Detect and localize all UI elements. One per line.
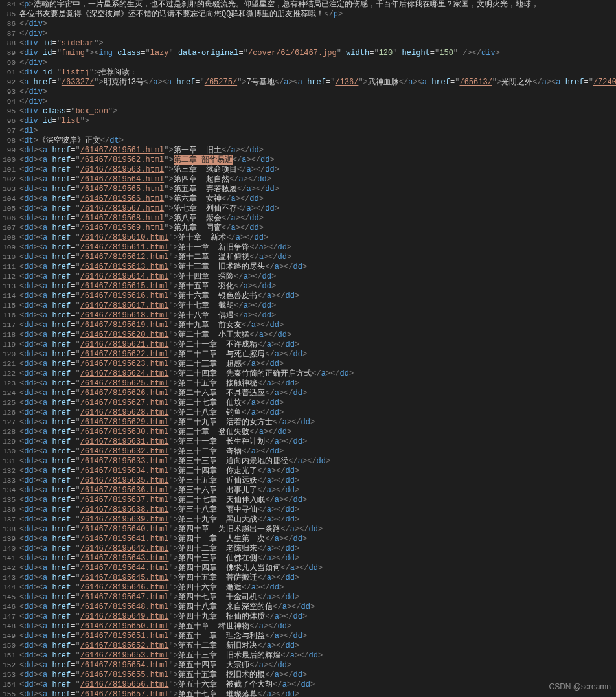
code-line[interactable]: <dd><a href="/61467/819567.html">第七章 列仙不… [19, 204, 616, 214]
code-line[interactable]: <div id="fmimg"><img class="lazy" data-o… [19, 49, 616, 58]
code-line[interactable]: <dd><a href="/61467/8195640.html">第四十章 为… [19, 525, 616, 534]
code-line[interactable]: </div> [19, 87, 616, 97]
code-line[interactable]: <dd><a href="/61467/819568.html">第八章 聚会<… [19, 214, 616, 223]
code-line[interactable]: <dd><a href="/61467/8195642.html">第四十二章 … [19, 544, 616, 554]
code-line[interactable]: <dd><a href="/61467/8195623.html">第二十三章 … [19, 360, 616, 369]
code-line[interactable]: 各位书友要是觉得《深空彼岸》还不错的话请不要忘记向您QQ群和微博里的朋友推荐哦！… [19, 10, 616, 19]
line-number: 131 [0, 457, 16, 466]
line-number: 134 [0, 486, 16, 496]
code-line[interactable]: <div class="box_con"> [19, 107, 616, 117]
code-line[interactable]: <dd><a href="/61467/8195648.html">第四十八章 … [19, 602, 616, 612]
code-line[interactable]: <dd><a href="/61467/8195624.html">第二十四章 … [19, 369, 616, 379]
line-number: 114 [0, 291, 16, 301]
code-line[interactable]: <dd><a href="/61467/819563.html">第三章 续命项… [19, 165, 616, 175]
code-line[interactable]: <dd><a href="/61467/8195639.html">第三十九章 … [19, 515, 616, 525]
code-line[interactable]: <dd><a href="/61467/8195647.html">第四十七章 … [19, 593, 616, 602]
code-line[interactable]: <dd><a href="/61467/8195650.html">第五十章 稀… [19, 622, 616, 632]
line-number: 132 [0, 466, 16, 476]
line-number: 100 [0, 155, 16, 165]
line-number: 121 [0, 360, 16, 369]
line-number: 127 [0, 418, 16, 428]
code-line[interactable]: <dd><a href="/61467/8195645.html">第四十五章 … [19, 573, 616, 583]
code-area[interactable]: <p>浩翰的宇宙中，一片星系的生灭，也不过是刹那的斑驳流光。仰望星空，总有种结局… [18, 0, 616, 697]
line-number: 88 [0, 39, 16, 49]
code-line[interactable]: </div> [19, 29, 616, 39]
code-line[interactable]: <dd><a href="/61467/8195638.html">第三十八章 … [19, 505, 616, 515]
line-number: 94 [0, 97, 16, 107]
code-line[interactable]: <dd><a href="/61467/8195613.html">第十三章 旧… [19, 262, 616, 272]
line-number: 139 [0, 534, 16, 544]
line-number: 109 [0, 243, 16, 253]
line-number: 150 [0, 641, 16, 651]
line-number: 137 [0, 515, 16, 525]
line-number: 125 [0, 398, 16, 408]
code-line[interactable]: <dd><a href="/61467/8195618.html">第十八章 偶… [19, 311, 616, 321]
line-number: 99 [0, 146, 16, 155]
code-line[interactable]: <dd><a href="/61467/8195653.html">第五十三章 … [19, 651, 616, 661]
code-line[interactable]: <dd><a href="/61467/8195634.html">第三十四章 … [19, 466, 616, 476]
code-line[interactable]: <dd><a href="/61467/8195612.html">第十二章 温… [19, 253, 616, 262]
code-line[interactable]: <dd><a href="/61467/8195651.html">第五十一章 … [19, 632, 616, 641]
code-line[interactable]: <dd><a href="/61467/8195621.html">第二十一章 … [19, 340, 616, 350]
code-line[interactable]: <dd><a href="/61467/8195627.html">第二十七章 … [19, 398, 616, 408]
code-line[interactable]: <a href="/63327/">明克街13号</a><a href="/65… [19, 78, 616, 87]
code-line[interactable]: <dd><a href="/61467/8195636.html">第三十六章 … [19, 486, 616, 496]
code-line[interactable]: <p>浩翰的宇宙中，一片星系的生灭，也不过是刹那的斑驳流光。仰望星空，总有种结局… [19, 0, 616, 10]
code-line[interactable]: <dd><a href="/61467/8195617.html">第十七章 截… [19, 301, 616, 311]
code-line[interactable]: <div id="sidebar"> [19, 39, 616, 49]
code-line[interactable]: <dd><a href="/61467/8195649.html">第四十九章 … [19, 612, 616, 622]
line-number: 89 [0, 49, 16, 58]
code-line[interactable]: <dd><a href="/61467/8195654.html">第五十四章 … [19, 661, 616, 670]
line-number: 95 [0, 107, 16, 117]
code-line[interactable]: <dd><a href="/61467/8195637.html">第三十七章 … [19, 496, 616, 505]
code-line[interactable]: <dd><a href="/61467/8195635.html">第三十五章 … [19, 476, 616, 486]
line-number: 117 [0, 321, 16, 330]
code-line[interactable]: <dd><a href="/61467/8195626.html">第二十六章 … [19, 389, 616, 398]
code-line[interactable]: <div id="listtj">推荐阅读： [19, 68, 616, 78]
code-line[interactable]: <dd><a href="/61467/8195631.html">第三十一章 … [19, 437, 616, 447]
code-line[interactable]: <dd><a href="/61467/819565.html">第五章 弃若敝… [19, 185, 616, 194]
code-line[interactable]: <dd><a href="/61467/8195630.html">第三十章 登… [19, 428, 616, 437]
line-number: 84 [0, 0, 16, 10]
code-line[interactable]: <dd><a href="/61467/8195633.html">第三十三章 … [19, 457, 616, 466]
code-line[interactable]: <dt>《深空彼岸》正文</dt> [19, 136, 616, 146]
code-line[interactable]: <dl> [19, 126, 616, 136]
code-line[interactable]: <dd><a href="/61467/8195643.html">第四十三章 … [19, 554, 616, 564]
code-line[interactable]: <dd><a href="/61467/8195646.html">第四十六章 … [19, 583, 616, 593]
code-line[interactable]: <dd><a href="/61467/8195625.html">第二十五章 … [19, 379, 616, 389]
code-line[interactable]: <div id="list"> [19, 117, 616, 126]
line-number: 151 [0, 651, 16, 661]
code-line[interactable]: <dd><a href="/61467/8195610.html">第十章 新术… [19, 233, 616, 243]
code-line[interactable]: <dd><a href="/61467/8195656.html">第五十六章 … [19, 680, 616, 690]
code-line[interactable]: <dd><a href="/61467/8195629.html">第二十九章 … [19, 418, 616, 428]
code-line[interactable]: <dd><a href="/61467/8195644.html">第四十四章 … [19, 564, 616, 573]
code-line[interactable]: <dd><a href="/61467/8195652.html">第五十二章 … [19, 641, 616, 651]
line-number: 101 [0, 165, 16, 175]
code-line[interactable]: <dd><a href="/61467/819564.html">第四章 超自然… [19, 175, 616, 185]
code-line[interactable]: <dd><a href="/61467/8195628.html">第二十八章 … [19, 408, 616, 418]
watermark: CSDN @screamn [549, 682, 611, 692]
code-line[interactable]: <dd><a href="/61467/8195657.html">第五十七章 … [19, 690, 616, 697]
code-line[interactable]: <dd><a href="/61467/8195616.html">第十六章 银… [19, 291, 616, 301]
code-line[interactable]: <dd><a href="/61467/819566.html">第六章 女神<… [19, 194, 616, 204]
code-line[interactable]: <dd><a href="/61467/819569.html">第九章 同窗<… [19, 223, 616, 233]
line-number: 108 [0, 233, 16, 243]
line-number: 122 [0, 369, 16, 379]
code-line[interactable]: <dd><a href="/61467/8195619.html">第十九章 前… [19, 321, 616, 330]
code-line[interactable]: <dd><a href="/61467/819562.html">第二章 韶华易… [19, 155, 616, 165]
code-line[interactable]: <dd><a href="/61467/8195615.html">第十五章 羽… [19, 282, 616, 291]
code-line[interactable]: <dd><a href="/61467/8195620.html">第二十章 小… [19, 330, 616, 340]
code-line[interactable]: <dd><a href="/61467/8195632.html">第三十二章 … [19, 447, 616, 457]
code-line[interactable]: <dd><a href="/61467/819561.html">第一章 旧土<… [19, 146, 616, 155]
code-line[interactable]: <dd><a href="/61467/8195611.html">第十一章 新… [19, 243, 616, 253]
code-line[interactable]: <dd><a href="/61467/8195622.html">第二十二章 … [19, 350, 616, 360]
code-line[interactable]: <dd><a href="/61467/8195641.html">第四十一章 … [19, 534, 616, 544]
line-number: 87 [0, 29, 16, 39]
code-line[interactable]: <dd><a href="/61467/8195655.html">第五十五章 … [19, 670, 616, 680]
code-line[interactable]: </div> [19, 97, 616, 107]
line-number: 112 [0, 272, 16, 282]
code-line[interactable]: </div> [19, 19, 616, 29]
code-line[interactable]: </div> [19, 58, 616, 68]
line-number: 145 [0, 593, 16, 602]
code-line[interactable]: <dd><a href="/61467/8195614.html">第十四章 探… [19, 272, 616, 282]
